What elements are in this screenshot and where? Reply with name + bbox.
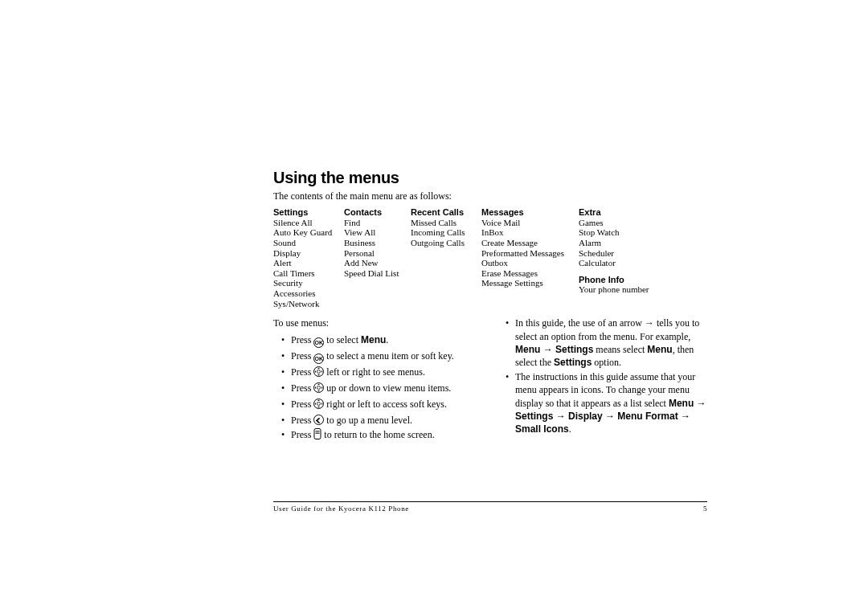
document-page: Using the menus The contents of the main… [273, 169, 707, 445]
menu-header: Phone Info [579, 275, 651, 285]
nav-button-icon [313, 398, 324, 412]
menu-header: Contacts [344, 207, 404, 218]
menu-item: Preformatted Messages [481, 248, 572, 259]
nav-button-icon [313, 366, 324, 380]
menu-item: Games [579, 218, 651, 228]
menu-item: Erase Messages [481, 268, 572, 279]
menu-item: Find [344, 218, 404, 228]
text: to select a menu item or soft key. [324, 350, 454, 362]
bold-text: Menu [361, 334, 386, 345]
menu-item: Create Message [481, 238, 572, 248]
nav-button-icon [313, 382, 324, 396]
text: . [569, 423, 571, 435]
ok-button-icon: OK [313, 353, 324, 364]
svg-rect-6 [314, 429, 321, 439]
text: . [386, 334, 388, 345]
menu-col-messages: Messages Voice Mail InBox Create Message… [481, 207, 572, 309]
menu-item: Speed Dial List [344, 268, 404, 279]
menu-item: Alarm [579, 238, 651, 248]
menu-item: Personal [344, 248, 404, 259]
menu-item: Outgoing Calls [411, 238, 475, 248]
note-list: In this guide, the use of an arrow → tel… [497, 317, 707, 435]
menu-item: Accessories [273, 288, 338, 299]
menu-header: Settings [273, 207, 338, 218]
menu-table: Settings Silence All Auto Key Guard Soun… [273, 207, 707, 309]
menu-col-recent-calls: Recent Calls Missed Calls Incoming Calls… [411, 207, 475, 309]
text: to return to the home screen. [321, 429, 434, 440]
menu-item: Outbox [481, 258, 572, 268]
text: right or left to access soft keys. [324, 398, 447, 410]
menu-item: Sound [273, 238, 338, 248]
instruction-item: Press right or left to access soft keys. [273, 398, 483, 412]
menu-col-extra: Extra Games Stop Watch Alarm Scheduler C… [579, 207, 651, 309]
menu-item: Add New [344, 258, 404, 268]
menu-item: Scheduler [579, 248, 651, 259]
footer-page-number: 5 [703, 505, 707, 513]
instruction-item: Press to return to the home screen. [273, 428, 483, 443]
text: Press [291, 398, 313, 410]
lead-text: To use menus: [273, 317, 483, 329]
right-body-col: In this guide, the use of an arrow → tel… [497, 317, 707, 444]
menu-item: Incoming Calls [411, 227, 475, 238]
instruction-item: Press up or down to view menu items. [273, 382, 483, 396]
intro-text: The contents of the main menu are as fol… [273, 190, 707, 202]
menu-header: Messages [481, 207, 572, 218]
menu-item: View All [344, 227, 404, 238]
menu-item: Sys/Network [273, 299, 338, 309]
menu-item: Business [344, 238, 404, 248]
body-columns: To use menus: Press OK to select Menu. P… [273, 317, 707, 444]
bold-text: Menu [647, 344, 672, 355]
menu-item: Auto Key Guard [273, 227, 338, 238]
text: Press [291, 415, 313, 426]
menu-item: Alert [273, 258, 338, 268]
menu-item: Display [273, 248, 338, 259]
menu-col-settings: Settings Silence All Auto Key Guard Soun… [273, 207, 338, 309]
note-item: The instructions in this guide assume th… [497, 370, 707, 435]
menu-item: Message Settings [481, 278, 572, 288]
text: Press [291, 366, 313, 378]
text: Press [291, 382, 313, 394]
text: Press [291, 334, 313, 345]
bold-text: Settings [554, 357, 592, 368]
page-title: Using the menus [273, 169, 707, 187]
back-button-icon [313, 415, 324, 425]
end-button-icon [313, 428, 321, 443]
menu-item: Missed Calls [411, 218, 475, 228]
menu-item: Calculator [579, 258, 651, 268]
bold-text: Menu → Settings [515, 344, 593, 355]
svg-point-5 [317, 402, 321, 405]
menu-item: Your phone number [579, 284, 651, 295]
menu-header: Recent Calls [411, 207, 475, 218]
menu-col-contacts: Contacts Find View All Business Personal… [344, 207, 404, 309]
text: Press [291, 429, 313, 440]
menu-item: Voice Mail [481, 218, 572, 228]
instruction-item: Press OK to select Menu. [273, 333, 483, 348]
page-footer: User Guide for the Kyocera K112 Phone 5 [273, 501, 707, 513]
text: up or down to view menu items. [324, 382, 451, 394]
instruction-item: Press left or right to see menus. [273, 366, 483, 380]
text: In this guide, the use of an arrow → tel… [515, 317, 699, 341]
text: left or right to see menus. [324, 366, 425, 378]
instruction-list: Press OK to select Menu. Press OK to sel… [273, 333, 483, 443]
text: means select [593, 344, 647, 355]
menu-item: Stop Watch [579, 227, 651, 238]
menu-item: Security [273, 278, 338, 288]
ok-button-icon: OK [313, 337, 324, 348]
menu-item: Call Timers [273, 268, 338, 279]
text: option. [592, 357, 621, 368]
text: Press [291, 350, 313, 362]
instruction-item: Press to go up a menu level. [273, 414, 483, 427]
instruction-item: Press OK to select a menu item or soft k… [273, 349, 483, 364]
text: to go up a menu level. [324, 415, 412, 426]
left-body-col: To use menus: Press OK to select Menu. P… [273, 317, 483, 444]
svg-point-3 [317, 386, 321, 389]
text: to select [324, 334, 361, 345]
menu-item: InBox [481, 227, 572, 238]
svg-point-1 [317, 370, 321, 373]
note-item: In this guide, the use of an arrow → tel… [497, 317, 707, 369]
menu-item: Silence All [273, 218, 338, 228]
menu-header: Extra [579, 207, 651, 218]
footer-guide: User Guide for the Kyocera K112 Phone [273, 505, 409, 513]
